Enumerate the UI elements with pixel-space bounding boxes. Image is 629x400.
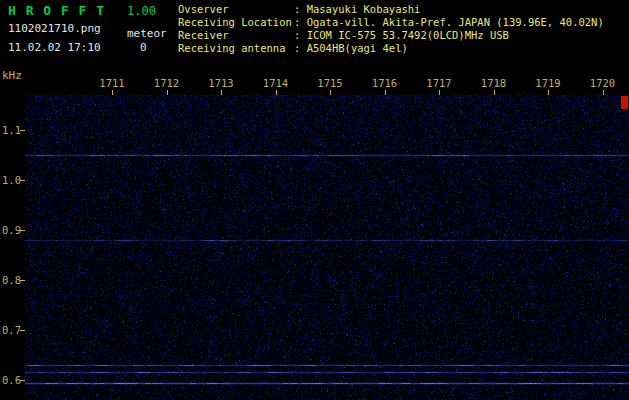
x-tick-mark	[603, 90, 604, 95]
x-tick-label: 1716	[368, 77, 402, 89]
info-label: Receiver	[178, 29, 294, 42]
x-tick-mark	[439, 90, 440, 95]
x-tick-label: 1711	[95, 77, 129, 89]
x-tick-mark	[330, 90, 331, 95]
x-tick-mark	[494, 90, 495, 95]
x-tick-label: 1712	[150, 77, 184, 89]
x-tick-mark	[112, 90, 113, 95]
y-tick-label: 0.6	[2, 374, 21, 386]
date-time-label: 11.02.02 17:10	[8, 41, 101, 54]
mode-label: meteor	[127, 27, 167, 40]
station-info: Ovserver: Masayuki Kobayashi Receiving L…	[178, 3, 604, 55]
info-label: Receiving antenna	[178, 42, 294, 55]
x-tick-label: 1720	[586, 77, 620, 89]
info-value: : Ogata-vill. Akita-Pref. JAPAN (139.96E…	[294, 16, 604, 28]
info-row-location: Receiving Location: Ogata-vill. Akita-Pr…	[178, 16, 604, 29]
info-value: : Masayuki Kobayashi	[294, 3, 420, 15]
hrofft-screen: H R O F F T 1.00 1102021710.png meteor 1…	[0, 0, 629, 400]
info-label: Receiving Location	[178, 16, 294, 29]
x-tick-label: 1715	[313, 77, 347, 89]
app-title: H R O F F T	[8, 3, 105, 18]
y-tick-label: 1.1	[2, 124, 21, 136]
spectrogram-canvas	[25, 95, 629, 400]
info-value: : ICOM IC-575 53.7492(0LCD)MHz USB	[294, 29, 509, 41]
y-tick-mark	[20, 380, 25, 381]
y-tick-label: 0.8	[2, 274, 21, 286]
y-tick-label: 0.9	[2, 224, 21, 236]
x-tick-mark	[276, 90, 277, 95]
x-tick-mark	[167, 90, 168, 95]
y-tick-mark	[20, 330, 25, 331]
info-row-receiver: Receiver: ICOM IC-575 53.7492(0LCD)MHz U…	[178, 29, 604, 42]
x-tick-mark	[548, 90, 549, 95]
y-tick-label: 1.0	[2, 174, 21, 186]
x-tick-label: 1719	[531, 77, 565, 89]
y-tick-mark	[20, 130, 25, 131]
info-label: Ovserver	[178, 3, 294, 16]
y-tick-label: 0.7	[2, 324, 21, 336]
info-value: : A504HB(yagi 4el)	[294, 42, 408, 54]
y-axis-unit-label: kHz	[2, 69, 22, 82]
x-tick-label: 1714	[259, 77, 293, 89]
app-version: 1.00	[127, 4, 156, 18]
y-tick-mark	[20, 180, 25, 181]
output-filename: 1102021710.png	[8, 22, 101, 35]
x-tick-label: 1713	[204, 77, 238, 89]
info-row-observer: Ovserver: Masayuki Kobayashi	[178, 3, 604, 16]
y-tick-mark	[20, 230, 25, 231]
y-tick-mark	[20, 280, 25, 281]
x-tick-label: 1718	[477, 77, 511, 89]
x-tick-label: 1717	[422, 77, 456, 89]
meteor-count: 0	[140, 41, 147, 54]
info-row-antenna: Receiving antenna: A504HB(yagi 4el)	[178, 42, 604, 55]
x-tick-mark	[221, 90, 222, 95]
x-tick-mark	[385, 90, 386, 95]
